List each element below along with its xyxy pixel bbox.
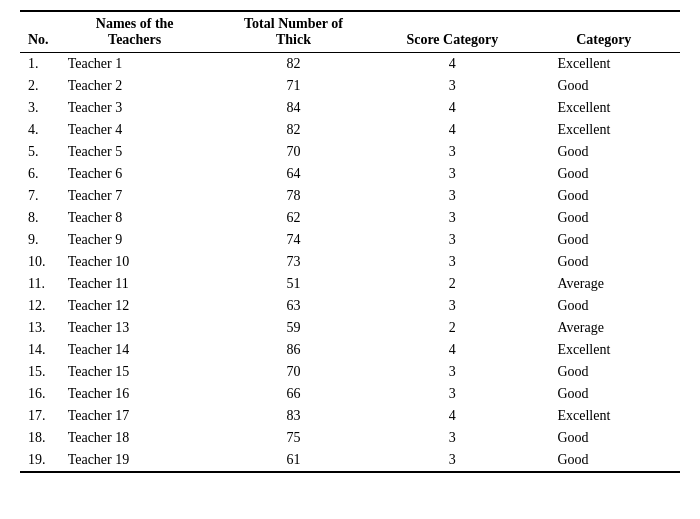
cell-score: 2 bbox=[377, 273, 527, 295]
table-header-row: No. Names of theTeachers Total Number of… bbox=[20, 11, 680, 53]
cell-total: 70 bbox=[210, 141, 378, 163]
cell-total: 66 bbox=[210, 383, 378, 405]
cell-total: 70 bbox=[210, 361, 378, 383]
cell-name: Teacher 19 bbox=[60, 449, 210, 472]
cell-name: Teacher 17 bbox=[60, 405, 210, 427]
cell-total: 83 bbox=[210, 405, 378, 427]
cell-category: Good bbox=[528, 361, 681, 383]
cell-total: 86 bbox=[210, 339, 378, 361]
cell-score: 4 bbox=[377, 405, 527, 427]
cell-total: 75 bbox=[210, 427, 378, 449]
cell-total: 78 bbox=[210, 185, 378, 207]
cell-name: Teacher 3 bbox=[60, 97, 210, 119]
cell-score: 3 bbox=[377, 185, 527, 207]
cell-no: 4. bbox=[20, 119, 60, 141]
table-row: 7.Teacher 7783Good bbox=[20, 185, 680, 207]
cell-no: 1. bbox=[20, 53, 60, 76]
table-row: 10.Teacher 10733Good bbox=[20, 251, 680, 273]
cell-category: Excellent bbox=[528, 53, 681, 76]
cell-name: Teacher 14 bbox=[60, 339, 210, 361]
cell-no: 10. bbox=[20, 251, 60, 273]
cell-total: 73 bbox=[210, 251, 378, 273]
table-row: 15.Teacher 15703Good bbox=[20, 361, 680, 383]
cell-name: Teacher 7 bbox=[60, 185, 210, 207]
cell-no: 13. bbox=[20, 317, 60, 339]
table-row: 18.Teacher 18753Good bbox=[20, 427, 680, 449]
cell-total: 64 bbox=[210, 163, 378, 185]
cell-name: Teacher 15 bbox=[60, 361, 210, 383]
cell-no: 19. bbox=[20, 449, 60, 472]
table-row: 3.Teacher 3844Excellent bbox=[20, 97, 680, 119]
cell-score: 3 bbox=[377, 163, 527, 185]
table-row: 16.Teacher 16663Good bbox=[20, 383, 680, 405]
cell-total: 74 bbox=[210, 229, 378, 251]
cell-name: Teacher 10 bbox=[60, 251, 210, 273]
table-row: 12.Teacher 12633Good bbox=[20, 295, 680, 317]
col-header-score: Score Category bbox=[377, 11, 527, 53]
cell-score: 3 bbox=[377, 75, 527, 97]
table-footer-line bbox=[20, 472, 680, 473]
cell-category: Good bbox=[528, 229, 681, 251]
cell-no: 6. bbox=[20, 163, 60, 185]
cell-total: 61 bbox=[210, 449, 378, 472]
cell-no: 9. bbox=[20, 229, 60, 251]
cell-category: Good bbox=[528, 75, 681, 97]
cell-category: Good bbox=[528, 163, 681, 185]
cell-name: Teacher 11 bbox=[60, 273, 210, 295]
cell-no: 16. bbox=[20, 383, 60, 405]
cell-category: Good bbox=[528, 295, 681, 317]
cell-category: Good bbox=[528, 427, 681, 449]
cell-score: 4 bbox=[377, 119, 527, 141]
table-row: 6.Teacher 6643Good bbox=[20, 163, 680, 185]
cell-category: Excellent bbox=[528, 119, 681, 141]
cell-category: Good bbox=[528, 185, 681, 207]
cell-category: Good bbox=[528, 207, 681, 229]
col-header-category: Category bbox=[528, 11, 681, 53]
cell-category: Excellent bbox=[528, 339, 681, 361]
table-row: 4.Teacher 4824Excellent bbox=[20, 119, 680, 141]
cell-score: 3 bbox=[377, 251, 527, 273]
cell-total: 62 bbox=[210, 207, 378, 229]
cell-category: Average bbox=[528, 273, 681, 295]
table-row: 9.Teacher 9743Good bbox=[20, 229, 680, 251]
cell-name: Teacher 16 bbox=[60, 383, 210, 405]
table-row: 8.Teacher 8623Good bbox=[20, 207, 680, 229]
cell-total: 63 bbox=[210, 295, 378, 317]
table-footer-row bbox=[20, 472, 680, 473]
table-row: 2.Teacher 2713Good bbox=[20, 75, 680, 97]
cell-no: 7. bbox=[20, 185, 60, 207]
cell-no: 2. bbox=[20, 75, 60, 97]
cell-name: Teacher 1 bbox=[60, 53, 210, 76]
cell-score: 3 bbox=[377, 141, 527, 163]
cell-name: Teacher 6 bbox=[60, 163, 210, 185]
cell-score: 3 bbox=[377, 207, 527, 229]
table-row: 11.Teacher 11512Average bbox=[20, 273, 680, 295]
cell-score: 3 bbox=[377, 383, 527, 405]
table-row: 19.Teacher 19613Good bbox=[20, 449, 680, 472]
cell-name: Teacher 9 bbox=[60, 229, 210, 251]
table-row: 14.Teacher 14864Excellent bbox=[20, 339, 680, 361]
cell-no: 8. bbox=[20, 207, 60, 229]
cell-name: Teacher 8 bbox=[60, 207, 210, 229]
cell-no: 11. bbox=[20, 273, 60, 295]
cell-category: Good bbox=[528, 251, 681, 273]
cell-name: Teacher 2 bbox=[60, 75, 210, 97]
cell-no: 5. bbox=[20, 141, 60, 163]
cell-score: 4 bbox=[377, 53, 527, 76]
col-header-no: No. bbox=[20, 11, 60, 53]
col-header-total: Total Number ofThick bbox=[210, 11, 378, 53]
cell-score: 4 bbox=[377, 339, 527, 361]
cell-no: 12. bbox=[20, 295, 60, 317]
cell-score: 3 bbox=[377, 449, 527, 472]
cell-total: 51 bbox=[210, 273, 378, 295]
cell-category: Excellent bbox=[528, 405, 681, 427]
cell-category: Excellent bbox=[528, 97, 681, 119]
cell-category: Average bbox=[528, 317, 681, 339]
cell-score: 3 bbox=[377, 229, 527, 251]
table-row: 5.Teacher 5703Good bbox=[20, 141, 680, 163]
cell-score: 2 bbox=[377, 317, 527, 339]
cell-total: 71 bbox=[210, 75, 378, 97]
cell-category: Good bbox=[528, 383, 681, 405]
cell-score: 3 bbox=[377, 427, 527, 449]
cell-total: 82 bbox=[210, 119, 378, 141]
